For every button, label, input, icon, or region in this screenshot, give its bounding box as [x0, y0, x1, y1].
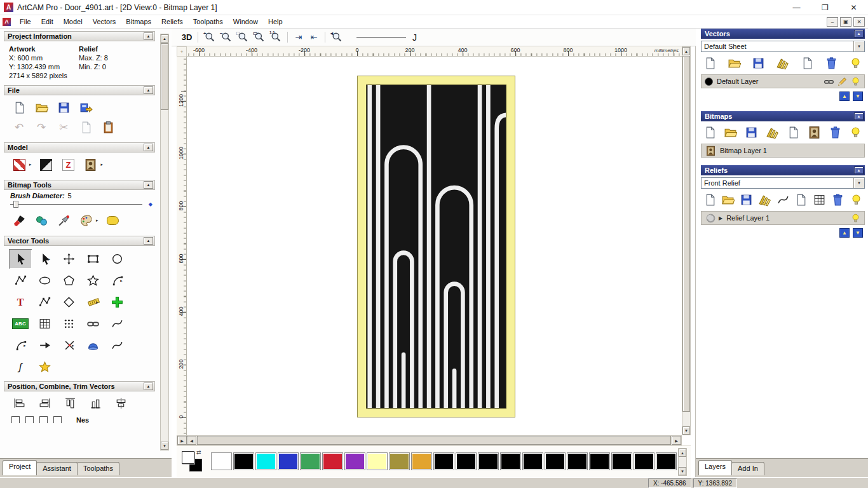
smooth-model-button[interactable]: Z — [61, 157, 76, 172]
fit-curve-tool[interactable] — [105, 314, 128, 334]
palette-swatch-5[interactable] — [322, 452, 343, 470]
scrollbar-thumb[interactable] — [682, 56, 690, 412]
palette-swatch-3[interactable] — [278, 452, 299, 470]
chevron-down-icon[interactable]: ▼ — [853, 41, 864, 51]
collapse-project-information-button[interactable]: ▲ — [144, 32, 153, 40]
palette-swatch-20[interactable] — [656, 452, 677, 470]
new-relief-layer-button[interactable] — [703, 193, 717, 207]
clipped-tool-icon[interactable] — [53, 416, 62, 423]
palette-swatch-13[interactable] — [500, 452, 521, 470]
collapse-reliefs-button[interactable]: ▲ — [854, 166, 864, 174]
menu-item-vectors[interactable]: Vectors — [88, 16, 121, 27]
edit-layer-icon[interactable] — [836, 76, 848, 87]
door-artwork[interactable] — [357, 76, 515, 417]
scroll-left-button[interactable]: ◀ — [187, 436, 196, 445]
clipped-tool-icon[interactable] — [39, 416, 48, 423]
create-dome-tool[interactable] — [81, 336, 104, 355]
arc-fit-tool[interactable]: ▸ — [9, 336, 32, 355]
collapse-vector-tools-button[interactable]: ▲ — [144, 237, 153, 245]
node-editing-tool[interactable] — [81, 314, 104, 334]
palette-scrollbar[interactable]: ▲ ▼ — [678, 448, 687, 476]
menu-item-file[interactable]: File — [15, 16, 36, 27]
scrollbar-thumb[interactable] — [161, 43, 168, 110]
palette-swatch-9[interactable] — [411, 452, 432, 470]
new-bitmap-layer-button[interactable] — [703, 125, 717, 139]
greyscale-model-button[interactable] — [83, 157, 98, 172]
toggle-relief-visibility-button[interactable] — [849, 193, 863, 207]
drawing-canvas-2d-view[interactable] — [187, 57, 682, 435]
create-polyline-tool[interactable] — [9, 271, 32, 290]
horizontal-scrollbar[interactable]: ▶ ◀ ▶ — [177, 435, 682, 445]
palette-swatch-11[interactable] — [456, 452, 477, 470]
previous-view-button[interactable]: ◂ — [329, 30, 345, 44]
menu-item-reliefs[interactable]: Reliefs — [156, 16, 188, 27]
palette-scroll-down-button[interactable]: ▼ — [679, 467, 686, 475]
slider-handle[interactable] — [13, 201, 18, 208]
pane-splitter-button[interactable]: ▶ — [177, 436, 187, 445]
adjust-model-button[interactable] — [11, 157, 27, 172]
nesting-tool-label[interactable]: Nes — [76, 416, 89, 423]
relief-wave-button[interactable] — [776, 193, 790, 207]
minimize-button[interactable]: — — [782, 0, 811, 15]
expand-relief-layer-caret[interactable]: ▶ — [719, 215, 722, 221]
collapse-position-section-button[interactable]: ▲ — [144, 383, 153, 390]
palette-swatch-10[interactable] — [433, 452, 454, 470]
vertical-scrollbar[interactable]: ▲ ▼ — [682, 46, 691, 435]
copy-button[interactable] — [78, 119, 93, 135]
tab-add-in[interactable]: Add In — [731, 462, 764, 475]
create-diamond-tool[interactable] — [57, 292, 80, 312]
open-bitmap-layer-button[interactable] — [724, 125, 738, 139]
layer-colour-swatch[interactable] — [705, 78, 713, 86]
snap-grid-tool[interactable] — [105, 292, 128, 312]
menu-item-bitmaps[interactable]: Bitmaps — [121, 16, 156, 27]
move-vectors-tool[interactable] — [57, 249, 80, 269]
merge-relief-layers-button[interactable] — [757, 193, 771, 207]
envelope-distort-tool[interactable] — [33, 292, 56, 312]
measure-tool[interactable]: ▸ — [81, 292, 104, 312]
new-sheet-button[interactable] — [800, 56, 814, 70]
export-model-button[interactable] — [78, 100, 93, 115]
left-panel-scrollbar[interactable]: ▲ ▼ — [160, 34, 169, 451]
transform-flyout-caret[interactable]: ▸ — [48, 257, 50, 262]
scroll-right-button[interactable]: ▶ — [672, 436, 681, 445]
scrollbar-thumb[interactable] — [197, 436, 671, 445]
vector-doctor-tool[interactable] — [33, 357, 56, 377]
create-rectangle-tool[interactable] — [81, 249, 104, 269]
maximize-button[interactable]: ❐ — [811, 0, 839, 15]
open-relief-layer-button[interactable] — [721, 193, 735, 207]
palette-swatch-4[interactable] — [300, 452, 321, 470]
swap-colours-icon[interactable]: ⇄ — [196, 449, 201, 456]
palette-swatch-2[interactable] — [255, 452, 276, 470]
mdi-minimize-button[interactable]: – — [827, 17, 838, 27]
palette-swatch-18[interactable] — [611, 452, 632, 470]
mdi-close-button[interactable]: ✕ — [853, 17, 865, 27]
clipped-tool-icon[interactable] — [11, 416, 20, 423]
delete-vector-layer-button[interactable] — [825, 56, 839, 70]
tab-toolpaths[interactable]: Toolpaths — [77, 462, 119, 475]
tab-assistant[interactable]: Assistant — [36, 462, 78, 475]
create-star-tool[interactable] — [81, 271, 104, 290]
menu-item-toolpaths[interactable]: Toolpaths — [188, 16, 228, 27]
close-button[interactable]: ✕ — [839, 0, 868, 15]
align-centre-button[interactable] — [113, 395, 128, 410]
collapse-file-section-button[interactable]: ▲ — [144, 86, 153, 94]
toggle-all-visibility-button[interactable] — [849, 56, 863, 70]
colour-picker-tool-button[interactable] — [56, 213, 71, 228]
snap-to-objects-button[interactable]: ⇤ — [306, 30, 322, 44]
create-ellipse-tool[interactable] — [33, 271, 56, 290]
foreground-colour-swatch[interactable] — [182, 451, 194, 464]
bridge-vectors-tool[interactable] — [105, 336, 128, 355]
copy-bitmap-layer-button[interactable] — [786, 125, 800, 139]
palette-flyout-caret[interactable]: ▸ — [96, 218, 98, 223]
zoom-out-button[interactable]: − — [218, 30, 234, 44]
layer-visibility-icon[interactable] — [850, 76, 861, 87]
palette-swatch-1[interactable] — [233, 452, 254, 470]
collapse-bitmaps-button[interactable]: ▲ — [854, 112, 864, 120]
palette-swatch-17[interactable] — [589, 452, 610, 470]
relief-layer-row[interactable]: ▶ Relief Layer 1 — [701, 211, 865, 225]
open-model-button[interactable] — [34, 100, 49, 115]
paint-tool-button[interactable] — [11, 213, 27, 228]
zoom-objects-button[interactable]: 1:1 — [268, 30, 284, 44]
toggle-bitmap-visibility-button[interactable] — [849, 125, 863, 139]
align-bottom-button[interactable] — [88, 395, 103, 410]
